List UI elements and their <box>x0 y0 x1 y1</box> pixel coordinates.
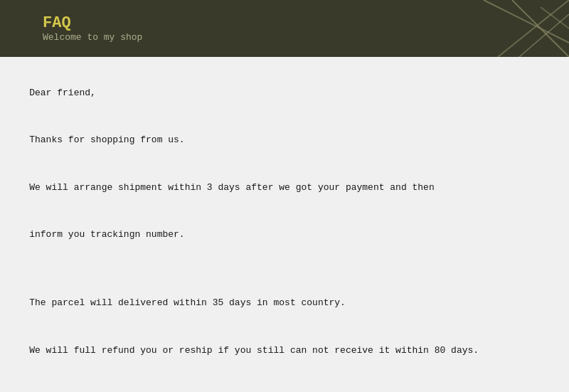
content-area: Dear friend, Thanks for shopping from us… <box>0 57 569 392</box>
content-block-2: The parcel will delivered within 35 days… <box>7 280 555 392</box>
line4: The parcel will delivered within 35 days… <box>29 297 346 308</box>
spacer <box>7 258 555 280</box>
content-block: Dear friend, Thanks for shopping from us… <box>7 70 555 258</box>
page-header: FAQ Welcome to my shop <box>0 0 569 57</box>
line5: We will full refund you or reship if you… <box>29 345 479 356</box>
line1: Thanks for shopping from us. <box>29 134 184 145</box>
header-title: FAQ <box>43 14 142 32</box>
greeting-line: Dear friend, <box>29 88 96 98</box>
line3: inform you trackingn number. <box>29 229 184 240</box>
svg-line-3 <box>498 0 569 57</box>
svg-line-1 <box>512 0 569 57</box>
svg-line-0 <box>484 0 569 43</box>
header-subtitle: Welcome to my shop <box>43 32 142 43</box>
line2: We will arrange shipment within 3 days a… <box>29 182 435 193</box>
header-text-block: FAQ Welcome to my shop <box>43 14 142 43</box>
header-decoration-icon <box>427 0 569 57</box>
